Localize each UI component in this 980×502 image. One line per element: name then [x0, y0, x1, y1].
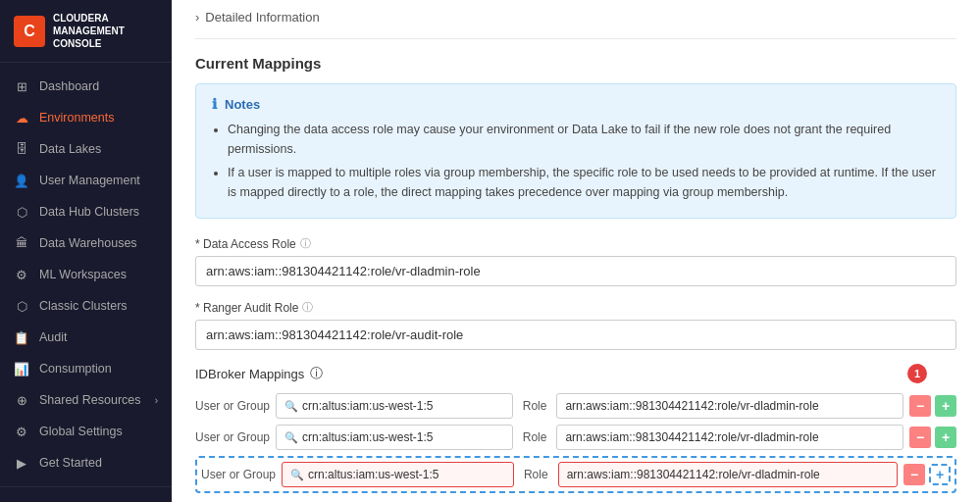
sidebar-logo-text: CLOUDERA Management Console: [53, 12, 158, 50]
shared-resources-icon: ⊕: [14, 392, 29, 408]
idbroker-mappings-info-icon[interactable]: ⓘ: [310, 365, 323, 382]
data-access-role-input[interactable]: [195, 256, 956, 286]
sidebar-item-shared-resources[interactable]: ⊕ Shared Resources ›: [0, 384, 172, 416]
user-or-group-label-2: User or Group: [195, 430, 270, 444]
role-label-2: Role: [523, 430, 547, 444]
data-lakes-icon: 🗄: [14, 141, 29, 157]
mapping-row-3: User or Group 🔍 Role − +: [195, 456, 956, 493]
role-input-3[interactable]: [558, 462, 898, 487]
consumption-icon: 📊: [14, 361, 29, 376]
sidebar-item-label: Audit: [39, 330, 68, 344]
user-or-group-label-1: User or Group: [195, 399, 270, 413]
notes-box: ℹ Notes Changing the data access role ma…: [195, 83, 956, 219]
sidebar-item-help[interactable]: ? Help: [0, 495, 172, 502]
get-started-icon: ▶: [14, 455, 29, 471]
search-icon-3: 🔍: [290, 469, 304, 481]
idbroker-mappings-header: IDBroker Mappings ⓘ 1: [195, 364, 956, 383]
idbroker-mappings-section: IDBroker Mappings ⓘ 1 User or Group 🔍 Ro…: [195, 364, 956, 502]
sidebar-item-label: Get Started: [39, 456, 102, 470]
notes-title: ℹ Notes: [212, 96, 940, 112]
sidebar-item-global-settings[interactable]: ⚙ Global Settings: [0, 416, 172, 447]
note-item-1: Changing the data access role may cause …: [228, 120, 940, 159]
audit-icon: 📋: [14, 329, 29, 345]
info-icon: ℹ: [212, 96, 217, 112]
sidebar: C CLOUDERA Management Console ⊞ Dashboar…: [0, 0, 172, 502]
dashboard-icon: ⊞: [14, 78, 29, 94]
ranger-audit-role-label: * Ranger Audit Role ⓘ: [195, 300, 956, 315]
sidebar-nav: ⊞ Dashboard ☁ Environments 🗄 Data Lakes …: [0, 63, 172, 486]
add-row-3-button[interactable]: +: [929, 464, 951, 485]
notes-list: Changing the data access role may cause …: [212, 120, 940, 202]
row-3-actions: − +: [903, 464, 951, 485]
sidebar-item-label: Data Warehouses: [39, 236, 137, 250]
search-icon-2: 🔍: [284, 431, 298, 444]
ranger-audit-role-info-icon[interactable]: ⓘ: [302, 300, 313, 315]
chevron-right-icon: ›: [155, 395, 158, 406]
annotation-marker-1: 1: [907, 364, 927, 383]
search-icon-1: 🔍: [284, 400, 298, 413]
mapping-row-2: User or Group 🔍 Role − +: [195, 425, 956, 450]
chevron-right-icon: ›: [195, 10, 199, 25]
role-input-1[interactable]: [556, 393, 903, 419]
user-search-3[interactable]: 🔍: [282, 462, 514, 487]
sidebar-item-label: Data Lakes: [39, 142, 101, 156]
data-access-role-label: * Data Access Role ⓘ: [195, 236, 956, 251]
data-warehouses-icon: 🏛: [14, 235, 29, 251]
remove-row-3-button[interactable]: −: [903, 464, 925, 485]
remove-row-2-button[interactable]: −: [909, 427, 931, 448]
data-access-role-info-icon[interactable]: ⓘ: [300, 236, 311, 251]
main-content: › Detailed Information Current Mappings …: [172, 0, 980, 502]
sidebar-item-data-warehouses[interactable]: 🏛 Data Warehouses: [0, 227, 172, 259]
user-search-input-1[interactable]: [302, 399, 504, 413]
sidebar-item-audit[interactable]: 📋 Audit: [0, 322, 172, 353]
row-2-actions: − +: [909, 427, 956, 448]
sidebar-item-label: Data Hub Clusters: [39, 205, 139, 219]
sidebar-bottom: ? Help V Vish Rajagopalan «: [0, 486, 172, 502]
add-row-2-button[interactable]: +: [935, 427, 956, 448]
detailed-info-toggle[interactable]: › Detailed Information: [195, 0, 956, 39]
role-label-1: Role: [523, 399, 547, 413]
sidebar-item-label: User Management: [39, 174, 140, 187]
user-search-input-3[interactable]: [308, 468, 505, 481]
sidebar-item-data-hub-clusters[interactable]: ⬡ Data Hub Clusters: [0, 196, 172, 227]
add-row-1-button[interactable]: +: [935, 395, 956, 417]
note-item-2: If a user is mapped to multiple roles vi…: [228, 163, 940, 202]
ranger-audit-role-input[interactable]: [195, 320, 956, 350]
sidebar-item-get-started[interactable]: ▶ Get Started: [0, 447, 172, 478]
ml-workspaces-icon: ⚙: [14, 267, 29, 282]
user-management-icon: 👤: [14, 173, 29, 188]
current-mappings-title: Current Mappings: [195, 39, 956, 83]
user-search-1[interactable]: 🔍: [276, 393, 513, 419]
classic-clusters-icon: ⬡: [14, 298, 29, 314]
sidebar-item-classic-clusters[interactable]: ⬡ Classic Clusters: [0, 290, 172, 322]
sidebar-item-data-lakes[interactable]: 🗄 Data Lakes: [0, 133, 172, 165]
detailed-info-label: Detailed Information: [205, 10, 319, 25]
user-search-2[interactable]: 🔍: [276, 425, 513, 450]
remove-row-1-button[interactable]: −: [909, 395, 931, 417]
idbroker-mappings-label: IDBroker Mappings: [195, 367, 304, 381]
user-or-group-label-3: User or Group: [201, 468, 276, 481]
row-1-actions: − +: [909, 395, 956, 417]
sidebar-item-user-management[interactable]: 👤 User Management: [0, 165, 172, 196]
sidebar-item-label: Dashboard: [39, 79, 99, 93]
sidebar-item-dashboard[interactable]: ⊞ Dashboard: [0, 71, 172, 102]
ranger-audit-role-group: * Ranger Audit Role ⓘ: [195, 300, 956, 350]
sidebar-logo: C CLOUDERA Management Console: [0, 0, 172, 63]
sidebar-item-environments[interactable]: ☁ Environments: [0, 102, 172, 133]
sidebar-item-label: Shared Resources: [39, 393, 141, 407]
sidebar-item-label: Classic Clusters: [39, 299, 128, 313]
sidebar-item-label: ML Workspaces: [39, 268, 127, 281]
user-search-input-2[interactable]: [302, 430, 504, 444]
sidebar-item-label: Consumption: [39, 362, 112, 376]
global-settings-icon: ⚙: [14, 424, 29, 439]
sidebar-item-label: Environments: [39, 111, 114, 125]
data-access-role-group: * Data Access Role ⓘ: [195, 236, 956, 286]
sidebar-item-ml-workspaces[interactable]: ⚙ ML Workspaces: [0, 259, 172, 290]
data-hub-clusters-icon: ⬡: [14, 204, 29, 220]
mapping-row-1: User or Group 🔍 Role − +: [195, 393, 956, 419]
cloudera-logo-icon: C: [14, 16, 45, 47]
role-label-3: Role: [524, 468, 548, 481]
sidebar-item-consumption[interactable]: 📊 Consumption: [0, 353, 172, 384]
environments-icon: ☁: [14, 110, 29, 126]
role-input-2[interactable]: [556, 425, 903, 450]
